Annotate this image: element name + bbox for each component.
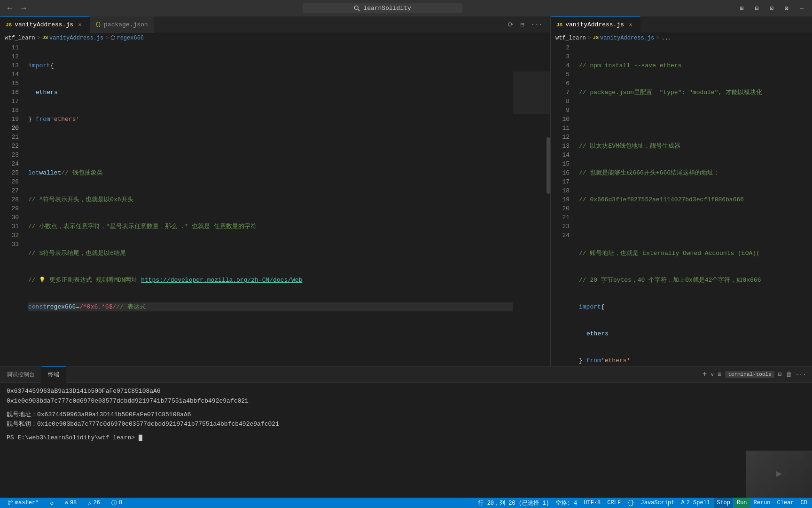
nav-forward-button[interactable]: → bbox=[19, 3, 29, 14]
minimize-button[interactable]: — bbox=[796, 4, 807, 13]
tab-label-right: vanityAddress.js bbox=[565, 21, 624, 28]
stop-label: Stop bbox=[717, 500, 730, 506]
tab-bar-right: JS vanityAddress.js ✕ bbox=[551, 16, 812, 33]
warnings-label: 26 bbox=[94, 500, 100, 506]
title-bar-right: ⊞ ⊟ ⊡ ⊠ — bbox=[736, 4, 812, 13]
breadcrumb-right-file[interactable]: JS vanityAddress.js bbox=[593, 35, 654, 41]
more-terminal-icon[interactable]: ··· bbox=[796, 371, 806, 378]
error-icon: ⊗ bbox=[65, 500, 68, 507]
cd-label: CD bbox=[801, 500, 807, 506]
spell-item[interactable]: A 2 Spell bbox=[679, 498, 713, 508]
breadcrumb-file[interactable]: JS vanityAddress.js bbox=[42, 35, 103, 41]
svg-line-1 bbox=[358, 9, 360, 11]
terminal-line-1: 0x6374459963aB9a13D141b500FaFe071C85108a… bbox=[7, 387, 805, 397]
nav-back-button[interactable]: ← bbox=[5, 3, 15, 14]
minimap-viewport bbox=[513, 71, 550, 114]
terminal-tools-button[interactable]: terminal-tools bbox=[725, 371, 774, 378]
tab-debug-label: 调试控制台 bbox=[7, 371, 35, 379]
git-branch-item[interactable]: master* bbox=[5, 498, 41, 508]
search-input[interactable]: learnSolidity bbox=[363, 5, 411, 12]
json-icon: {} bbox=[95, 22, 101, 27]
stop-button[interactable]: Stop bbox=[714, 498, 733, 508]
braces-label: {} bbox=[627, 500, 634, 506]
status-bar: master* ↺ ⊗ 98 △ 26 ⓘ 8 行 20，列 20 (已选择 1… bbox=[0, 498, 812, 508]
language-item[interactable]: JavaScript bbox=[638, 498, 678, 508]
terminal-cursor bbox=[139, 435, 142, 441]
title-bar-left: ← → bbox=[0, 3, 29, 14]
search-icon bbox=[354, 5, 360, 12]
spell-label: 2 Spell bbox=[687, 500, 710, 506]
search-bar[interactable]: learnSolidity bbox=[303, 3, 462, 13]
breadcrumb-right-more[interactable]: ... bbox=[661, 35, 671, 41]
breadcrumb-right-root[interactable]: wtf_learn bbox=[555, 35, 586, 41]
history-icon[interactable]: ⟳ bbox=[506, 20, 515, 30]
sync-icon: ↺ bbox=[50, 500, 53, 507]
js-badge: JS bbox=[42, 35, 48, 40]
status-bar-right: 行 20，列 20 (已选择 1) 空格: 4 UTF-8 CRLF {} Ja… bbox=[475, 498, 812, 508]
scroll-thumb-left[interactable] bbox=[547, 137, 550, 194]
hide-terminal-icon[interactable]: ⊟ bbox=[778, 371, 782, 378]
code-content-left[interactable]: import { ethers } from 'ethers' let wall… bbox=[23, 43, 513, 366]
line-numbers-right: 23456 7891011 1213141516 1718192021 2324 bbox=[551, 43, 573, 366]
breadcrumb-root[interactable]: wtf_learn bbox=[5, 35, 35, 41]
rerun-label: Rerun bbox=[754, 500, 771, 506]
tab-vanityaddress-left[interactable]: JS vanityAddress.js ✕ bbox=[0, 16, 90, 33]
clear-button[interactable]: Clear bbox=[774, 498, 797, 508]
tab-package-json[interactable]: {} package.json bbox=[90, 16, 154, 33]
tab-bar-left: JS vanityAddress.js ✕ {} package.json ⟳ … bbox=[0, 16, 550, 33]
tab-terminal[interactable]: 终端 bbox=[41, 366, 66, 383]
eol-item[interactable]: CRLF bbox=[604, 498, 624, 508]
terminal-chevron-icon[interactable]: ∨ bbox=[710, 371, 714, 378]
language-label: JavaScript bbox=[641, 500, 675, 506]
run-button[interactable]: Run bbox=[734, 498, 750, 508]
layout-button-2[interactable]: ⊟ bbox=[751, 4, 763, 13]
tab-close-button[interactable]: ✕ bbox=[76, 21, 84, 29]
spaces-item[interactable]: 空格: 4 bbox=[553, 498, 580, 508]
line-numbers-left: 1112131415 1617181920 2122232425 2627282… bbox=[0, 43, 23, 366]
sync-item[interactable]: ↺ bbox=[47, 498, 56, 508]
code-editor-left[interactable]: 1112131415 1617181920 2122232425 2627282… bbox=[0, 43, 550, 366]
encoding-item[interactable]: UTF-8 bbox=[581, 498, 603, 508]
position-item[interactable]: 行 20，列 20 (已选择 1) bbox=[475, 498, 552, 508]
svg-point-0 bbox=[355, 6, 359, 9]
more-actions-icon[interactable]: ··· bbox=[529, 20, 545, 29]
info-icon: ⓘ bbox=[111, 499, 117, 507]
terminal-line-2: 0x1e0e903bda7c777c0d6970e03577dcbdd92197… bbox=[7, 397, 805, 406]
editor-left: JS vanityAddress.js ✕ {} package.json ⟳ … bbox=[0, 16, 551, 366]
terminal-prompt[interactable]: PS E:\web3\learnSolidity\wtf_learn> bbox=[7, 433, 805, 443]
info-label: 8 bbox=[119, 500, 122, 506]
cd-button[interactable]: CD bbox=[798, 498, 810, 508]
position-label: 行 20，列 20 (已选择 1) bbox=[478, 499, 549, 507]
errors-item[interactable]: ⊗ 98 bbox=[62, 498, 80, 508]
terminal-tabs: 调试控制台 终端 + ∨ ⊞ terminal-tools ⊟ 🗑 ··· bbox=[0, 366, 812, 383]
braces-item[interactable]: {} bbox=[625, 498, 637, 508]
rerun-button[interactable]: Rerun bbox=[751, 498, 773, 508]
split-editor-icon[interactable]: ⊟ bbox=[518, 20, 526, 30]
delete-terminal-icon[interactable]: 🗑 bbox=[786, 371, 792, 378]
svg-point-3 bbox=[11, 501, 13, 502]
terminal-content[interactable]: 0x6374459963aB9a13D141b500FaFe071C85108a… bbox=[0, 383, 812, 498]
terminal-line-3: 靓号地址：0x6374459963aB9a13D141b500FaFe071C8… bbox=[7, 410, 805, 420]
tab-close-right-button[interactable]: ✕ bbox=[627, 21, 634, 29]
video-thumbnail: ▶ bbox=[746, 451, 812, 498]
terminal-panel: 调试控制台 终端 + ∨ ⊞ terminal-tools ⊟ 🗑 ··· 0x… bbox=[0, 366, 812, 498]
layout-button-3[interactable]: ⊡ bbox=[766, 4, 778, 13]
tab-vanityaddress-right[interactable]: JS vanityAddress.js ✕ bbox=[551, 16, 640, 33]
tab-label: vanityAddress.js bbox=[15, 21, 73, 28]
add-terminal-button[interactable]: + bbox=[703, 370, 707, 379]
warnings-item[interactable]: △ 26 bbox=[85, 498, 103, 508]
info-item[interactable]: ⓘ 8 bbox=[109, 498, 125, 508]
warning-icon: △ bbox=[88, 500, 91, 507]
code-editor-right[interactable]: 23456 7891011 1213141516 1718192021 2324… bbox=[551, 43, 812, 366]
tab-debug-console[interactable]: 调试控制台 bbox=[0, 366, 41, 383]
code-content-right[interactable]: // npm install --save ethers // package.… bbox=[573, 43, 812, 366]
breadcrumb-symbol[interactable]: ⬡ regex666 bbox=[110, 34, 144, 41]
layout-button-4[interactable]: ⊠ bbox=[781, 4, 792, 13]
split-terminal-icon[interactable]: ⊞ bbox=[718, 371, 722, 378]
run-label: Run bbox=[737, 500, 747, 506]
encoding-label: UTF-8 bbox=[584, 500, 601, 506]
errors-label: 98 bbox=[70, 500, 77, 506]
layout-button-1[interactable]: ⊞ bbox=[736, 4, 748, 13]
git-icon bbox=[8, 500, 13, 506]
spell-icon: A bbox=[681, 500, 685, 506]
